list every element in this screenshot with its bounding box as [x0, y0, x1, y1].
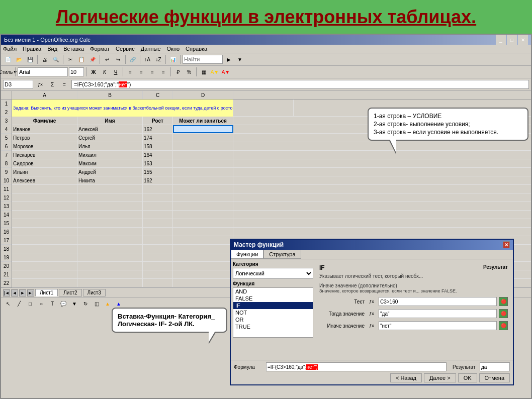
cell-b10[interactable]: [77, 185, 143, 193]
more-shapes-btn[interactable]: ▼: [69, 299, 79, 309]
cell-d2[interactable]: Может ли заниться: [173, 117, 233, 125]
cell-a1[interactable]: Задача: Выяснить, кто из учащихся может …: [12, 99, 233, 117]
cut-btn[interactable]: ✂: [65, 54, 75, 64]
cell-d5[interactable]: [173, 142, 233, 150]
line-btn[interactable]: ╱: [14, 299, 24, 309]
cell-c9[interactable]: 162: [143, 176, 173, 184]
function-list[interactable]: AND FALSE IF NOT OR TRUE: [233, 287, 313, 338]
cell-b9[interactable]: Никита: [77, 176, 143, 184]
cell-b7[interactable]: Максим: [77, 159, 143, 167]
cell-c8[interactable]: 155: [143, 168, 173, 176]
cell-d10[interactable]: [173, 185, 233, 193]
cell-a9[interactable]: Алексеев: [12, 176, 77, 184]
then-fx-btn[interactable]: ƒx: [367, 309, 377, 319]
cell-d4[interactable]: [173, 134, 233, 142]
sort-asc-btn[interactable]: ↑A: [142, 54, 152, 64]
cell-a5[interactable]: Морозов: [12, 142, 77, 150]
shadow-btn[interactable]: ◫: [92, 299, 102, 309]
cell-d7[interactable]: [173, 159, 233, 167]
font-input[interactable]: [18, 67, 68, 76]
cell-b4[interactable]: Сергей: [77, 134, 143, 142]
menu-insert[interactable]: Вставка: [63, 46, 84, 52]
tab-nav-next[interactable]: ►: [19, 289, 26, 296]
cell-a3[interactable]: Иванов: [12, 125, 77, 133]
menu-window[interactable]: Окно: [167, 46, 180, 52]
dialog-close-btn[interactable]: ✕: [503, 241, 510, 248]
cell-a10[interactable]: [12, 185, 77, 193]
tab-nav-prev[interactable]: ◄: [11, 289, 18, 296]
func-not[interactable]: NOT: [233, 309, 313, 316]
underline-btn[interactable]: Ч: [111, 67, 121, 77]
bg-color-btn[interactable]: A▼: [210, 67, 220, 77]
func-false[interactable]: FALSE: [233, 295, 313, 302]
ellipse-btn[interactable]: ○: [36, 299, 46, 309]
callout-btn[interactable]: 💬: [58, 299, 68, 309]
ok-btn[interactable]: OK: [458, 373, 477, 382]
cell-c6[interactable]: 164: [143, 151, 173, 159]
search-options-btn[interactable]: ▼: [235, 54, 245, 64]
cell-d1[interactable]: [233, 99, 294, 117]
cell-b2[interactable]: Имя: [77, 117, 143, 125]
cell-a8[interactable]: Ильин: [12, 168, 77, 176]
else-input[interactable]: [379, 321, 497, 330]
cell-c2[interactable]: Рост: [143, 117, 173, 125]
cell-b8[interactable]: Андрей: [77, 168, 143, 176]
percent-btn[interactable]: %: [184, 67, 194, 77]
menu-edit[interactable]: Правка: [23, 46, 41, 52]
save-btn[interactable]: 💾: [25, 54, 35, 64]
menu-tools[interactable]: Сервис: [116, 46, 135, 52]
cell-b6[interactable]: Михаил: [77, 151, 143, 159]
borders-btn[interactable]: ▦: [199, 67, 209, 77]
copy-btn[interactable]: 📋: [76, 54, 86, 64]
cell-a4[interactable]: Петров: [12, 134, 77, 142]
preview-btn[interactable]: 🔍: [51, 54, 61, 64]
cell-c10[interactable]: [143, 185, 173, 193]
then-collapse-btn[interactable]: 🔴: [499, 309, 508, 318]
styles-btn[interactable]: Стиль▼: [3, 67, 13, 77]
font-color-btn[interactable]: A▼: [221, 67, 231, 77]
sheet-tab-2[interactable]: Лист2: [59, 289, 81, 296]
category-select[interactable]: Логический: [233, 268, 313, 279]
italic-btn[interactable]: К: [100, 67, 110, 77]
menu-file[interactable]: Файл: [3, 46, 17, 52]
menu-help[interactable]: Справка: [186, 46, 207, 52]
chart-btn[interactable]: 📊: [168, 54, 178, 64]
next-btn[interactable]: Далее >: [424, 373, 456, 382]
func-or[interactable]: OR: [233, 316, 313, 323]
menu-data[interactable]: Данные: [141, 46, 161, 52]
search-btn[interactable]: ▶: [224, 54, 234, 64]
formula-bar-eq-btn[interactable]: =: [59, 79, 69, 89]
align-left-btn[interactable]: ≡: [125, 67, 135, 77]
else-fx-btn[interactable]: ƒx: [367, 321, 377, 331]
undo-btn[interactable]: ↩: [102, 54, 112, 64]
rotate-btn[interactable]: ↻: [80, 299, 91, 309]
sort-desc-btn[interactable]: ↓Z: [153, 54, 163, 64]
cell-d9[interactable]: [173, 176, 233, 184]
size-input[interactable]: [69, 67, 84, 76]
else-collapse-btn[interactable]: 🔴: [499, 321, 508, 330]
new-btn[interactable]: 📄: [3, 54, 13, 64]
paste-btn[interactable]: 📌: [87, 54, 98, 64]
tab-nav-first[interactable]: |◄: [3, 289, 10, 296]
cell-c7[interactable]: 163: [143, 159, 173, 167]
open-btn[interactable]: 📂: [14, 54, 24, 64]
sheet-tab-3[interactable]: Лист3: [83, 289, 106, 296]
minimize-btn[interactable]: _: [496, 35, 506, 45]
sheet-tab-1[interactable]: Лист1: [35, 289, 58, 296]
close-btn[interactable]: ✕: [518, 35, 528, 45]
align-right-btn[interactable]: ≡: [147, 67, 157, 77]
formula-bar-func-btn[interactable]: ƒx: [35, 79, 45, 89]
cell-ref-input[interactable]: [3, 80, 33, 89]
cell-a7[interactable]: Сидоров: [12, 159, 77, 167]
test-fx-btn[interactable]: ƒx: [367, 296, 377, 307]
cell-b5[interactable]: Илья: [77, 142, 143, 150]
align-center-btn[interactable]: ≡: [136, 67, 146, 77]
dialog-tab-structure[interactable]: Структура: [263, 250, 301, 259]
cell-a6[interactable]: Пискарёв: [12, 151, 77, 159]
dialog-tab-functions[interactable]: Функции: [231, 250, 263, 259]
cell-b3[interactable]: Алексей: [77, 125, 143, 133]
cell-d6[interactable]: [173, 151, 233, 159]
justify-btn[interactable]: ≡: [158, 67, 168, 77]
rect-btn[interactable]: □: [25, 299, 35, 309]
redo-btn[interactable]: ↪: [113, 54, 123, 64]
